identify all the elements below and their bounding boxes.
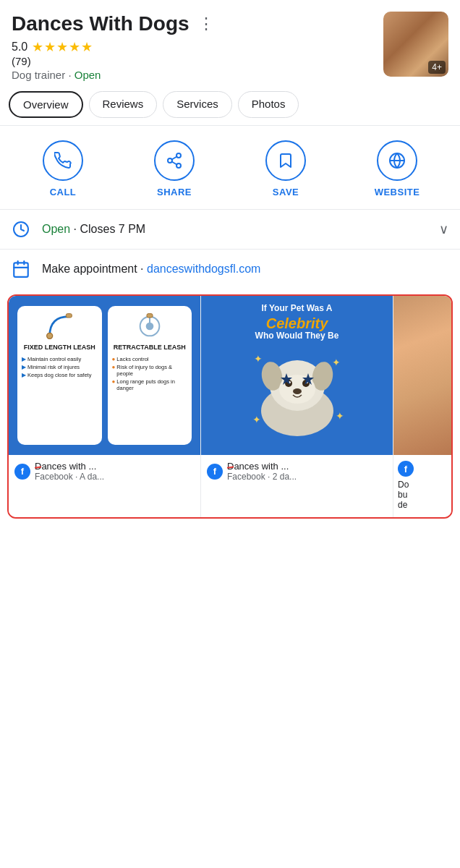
share-circle: [154, 140, 195, 181]
source-row-partial: f: [398, 461, 447, 477]
celebrity-title-top: If Your Pet Was A: [261, 303, 332, 315]
partial-footer: f Do bu de: [393, 455, 451, 517]
save-circle: [265, 140, 306, 181]
photos-section: FIXED LENGTH LEASH ▶Maintain control eas…: [7, 294, 453, 519]
call-circle: [43, 140, 83, 181]
facebook-icon-celebrity: f: [207, 464, 223, 480]
celebrity-title-cursive: Celebrity: [266, 316, 328, 331]
partial-text-1: Do: [398, 480, 447, 490]
svg-line-4: [172, 157, 177, 160]
thumbnail-badge: 4+: [428, 61, 446, 74]
source-sub-celebrity: Facebook · 2 da...: [227, 472, 297, 482]
svg-rect-13: [67, 314, 72, 318]
closes-text: · Closes: [74, 223, 119, 235]
globe-icon: [388, 152, 406, 169]
call-label: CALL: [50, 187, 77, 197]
sparkle-br-icon: ✦: [336, 410, 344, 422]
retractable-leash-bullet-3: ●Long range puts dogs in danger: [111, 378, 189, 391]
fixed-leash-bullet-3: ▶Keeps dog close for safety: [20, 372, 99, 378]
website-circle: [377, 140, 417, 181]
card-footer-celebrity: f Dances with ... Facebook · 2 da...: [201, 455, 393, 489]
source-row-leash: f Dances with ... Facebook · A da...: [14, 461, 195, 482]
business-title: Dances With Dogs: [12, 12, 189, 36]
appointment-website[interactable]: danceswithdogsfl.com: [147, 263, 260, 275]
photo-card-celebrity[interactable]: If Your Pet Was A Celebrity Who Would Th…: [201, 296, 393, 517]
fixed-leash-bullet-2: ▶Minimal risk of injures: [20, 364, 99, 370]
more-options-icon[interactable]: ⋮: [192, 12, 220, 36]
leash-infographic-image: FIXED LENGTH LEASH ▶Maintain control eas…: [9, 296, 200, 455]
svg-point-12: [47, 333, 53, 339]
header-right: 4+: [383, 12, 448, 77]
tab-services[interactable]: Services: [163, 91, 232, 118]
hours-chevron-icon[interactable]: ∨: [439, 221, 448, 237]
save-button[interactable]: SAVE: [257, 140, 315, 197]
source-row-celebrity: f Dances with ... Facebook · 2 da...: [207, 461, 387, 482]
appointment-row: Make appointment · danceswithdogsfl.com: [0, 249, 460, 289]
open-label: Open: [42, 223, 70, 235]
retractable-leash-title: RETRACTABLE LEASH: [114, 344, 186, 352]
source-name-leash: Dances with ...: [35, 461, 104, 472]
actions-section: CALL SHARE SAVE WEBSITE: [0, 126, 460, 209]
header-section: Dances With Dogs ⋮ 5.0 ★★★★★ (79) Dog tr…: [0, 0, 460, 81]
fixed-leash-bullet-1: ▶Maintain control easily: [20, 356, 99, 362]
phone-icon: [54, 152, 72, 169]
review-count[interactable]: (79): [12, 55, 375, 67]
sparkle-bl-icon: ✦: [252, 414, 261, 425]
hours-row: Open · Closes 7 PM ∨: [0, 209, 460, 249]
photo-card-leash[interactable]: FIXED LENGTH LEASH ▶Maintain control eas…: [9, 296, 201, 517]
tab-photos[interactable]: Photos: [238, 91, 299, 118]
source-name-celebrity: Dances with ...: [227, 461, 297, 472]
retractable-leash-col: RETRACTABLE LEASH ●Lacks control ●Risk o…: [105, 302, 195, 449]
calendar-icon: [12, 260, 30, 278]
save-label: SAVE: [273, 187, 299, 197]
website-button[interactable]: WEBSITE: [368, 140, 426, 197]
bookmark-icon: [277, 152, 294, 169]
svg-rect-16: [147, 314, 153, 318]
share-label: SHARE: [157, 187, 192, 197]
source-info-celebrity: Dances with ... Facebook · 2 da...: [227, 461, 297, 482]
close-time: 7 PM: [119, 223, 145, 235]
facebook-icon-leash: f: [14, 464, 30, 480]
partial-photo-image: [393, 296, 451, 455]
svg-point-15: [145, 323, 153, 331]
svg-point-26: [293, 388, 302, 394]
celebrity-title-sub: Who Would They Be: [255, 331, 339, 342]
source-sub-leash: Facebook · A da...: [35, 472, 104, 482]
tab-reviews[interactable]: Reviews: [89, 91, 158, 118]
fixed-leash-title: FIXED LENGTH LEASH: [24, 344, 95, 352]
card-footer-leash: f Dances with ... Facebook · A da...: [9, 455, 200, 489]
retractable-leash-bullet-1: ●Lacks control: [111, 356, 189, 362]
partial-text-3: de: [398, 500, 447, 510]
stars-icon: ★★★★★: [32, 39, 93, 55]
facebook-icon-partial: f: [398, 461, 414, 477]
retractable-leash-bullet-2: ●Risk of injury to dogs & people: [111, 364, 189, 377]
celebrity-dog-image: If Your Pet Was A Celebrity Who Would Th…: [201, 296, 393, 455]
tabs-section: Overview Reviews Services Photos: [0, 81, 460, 125]
hours-text: Open · Closes 7 PM: [42, 223, 427, 236]
fixed-leash-col: FIXED LENGTH LEASH ▶Maintain control eas…: [14, 302, 105, 449]
share-button[interactable]: SHARE: [145, 140, 203, 197]
category-label: Dog trainer: [12, 69, 65, 81]
sparkle-tl-icon: ✦: [254, 353, 263, 365]
share-icon: [166, 152, 183, 169]
svg-line-3: [172, 162, 177, 165]
clock-icon: [12, 220, 30, 239]
sparkle-tr-icon: ✦: [332, 357, 341, 368]
tab-overview[interactable]: Overview: [9, 91, 83, 118]
appointment-text[interactable]: Make appointment · danceswithdogsfl.com: [42, 263, 260, 276]
rating-row: 5.0 ★★★★★: [12, 39, 375, 55]
category-row: Dog trainer · Open: [12, 69, 375, 81]
svg-rect-8: [14, 263, 28, 277]
open-status: Open: [74, 69, 101, 81]
website-label: WEBSITE: [375, 187, 420, 197]
header-left: Dances With Dogs ⋮ 5.0 ★★★★★ (79) Dog tr…: [12, 12, 375, 81]
business-thumbnail[interactable]: 4+: [383, 12, 448, 77]
photo-card-partial[interactable]: f Do bu de: [393, 296, 451, 517]
source-info-leash: Dances with ... Facebook · A da...: [35, 461, 104, 482]
call-button[interactable]: CALL: [34, 140, 92, 197]
rating-number: 5.0: [12, 41, 27, 54]
partial-text-2: bu: [398, 490, 447, 500]
